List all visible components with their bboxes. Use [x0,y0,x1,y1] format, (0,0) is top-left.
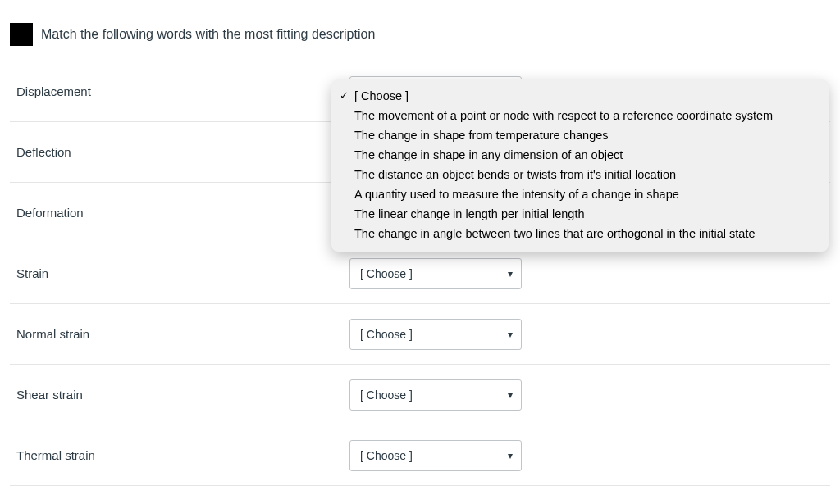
dropdown-option-1[interactable]: The movement of a point or node with res… [331,106,829,125]
select-value: [ Choose ] [360,267,413,280]
dropdown-option-5[interactable]: A quantity used to measure the intensity… [331,184,829,204]
match-row-thermal-strain: Thermal strain [ Choose ] ▾ [10,425,830,486]
term-label: Displacement [13,84,349,98]
dropdown-option-label: The change in shape in any dimension of … [354,146,817,164]
select-value: [ Choose ] [360,388,413,402]
dropdown-option-4[interactable]: The distance an object bends or twists f… [331,165,829,184]
chevron-down-icon: ▾ [508,268,513,279]
dropdown-option-label: A quantity used to measure the intensity… [354,185,817,203]
term-label: Thermal strain [13,448,349,462]
dropdown-option-label: The movement of a point or node with res… [354,107,817,125]
term-label: Strain [13,266,349,280]
match-row-normal-strain: Normal strain [ Choose ] ▾ [10,304,830,365]
answer-select-normal-strain[interactable]: [ Choose ] ▾ [349,319,522,350]
check-icon: ✓ [340,87,354,105]
dropdown-option-label: The change in angle between two lines th… [354,225,817,243]
chevron-down-icon: ▾ [508,329,513,340]
dropdown-option-label: The linear change in length per initial … [354,205,817,223]
answer-select-strain[interactable]: [ Choose ] ▾ [349,258,522,289]
dropdown-panel[interactable]: ✓ [ Choose ] The movement of a point or … [331,79,829,252]
answer-select-thermal-strain[interactable]: [ Choose ] ▾ [349,440,522,471]
chevron-down-icon: ▾ [508,450,513,461]
select-value: [ Choose ] [360,449,413,462]
dropdown-option-label: [ Choose ] [354,87,817,105]
dropdown-option-6[interactable]: The linear change in length per initial … [331,204,829,224]
dropdown-option-choose[interactable]: ✓ [ Choose ] [331,86,829,106]
question-number-box [10,23,33,46]
answer-select-shear-strain[interactable]: [ Choose ] ▾ [349,379,522,411]
dropdown-option-3[interactable]: The change in shape in any dimension of … [331,145,829,165]
term-label: Deformation [13,206,349,220]
term-label: Deflection [13,145,349,159]
chevron-down-icon: ▾ [508,389,513,401]
question-prompt: Match the following words with the most … [41,27,375,42]
dropdown-option-7[interactable]: The change in angle between two lines th… [331,224,829,243]
term-label: Shear strain [13,388,349,402]
match-row-shear-strain: Shear strain [ Choose ] ▾ [10,365,830,425]
dropdown-option-label: The distance an object bends or twists f… [354,166,817,184]
question-header: Match the following words with the most … [10,23,830,61]
select-value: [ Choose ] [360,328,413,341]
term-label: Normal strain [13,327,349,341]
dropdown-option-2[interactable]: The change in shape from temperature cha… [331,125,829,145]
match-row-strain: Strain [ Choose ] ▾ [10,243,830,304]
dropdown-option-label: The change in shape from temperature cha… [354,126,817,144]
question-container: Match the following words with the most … [0,0,840,486]
